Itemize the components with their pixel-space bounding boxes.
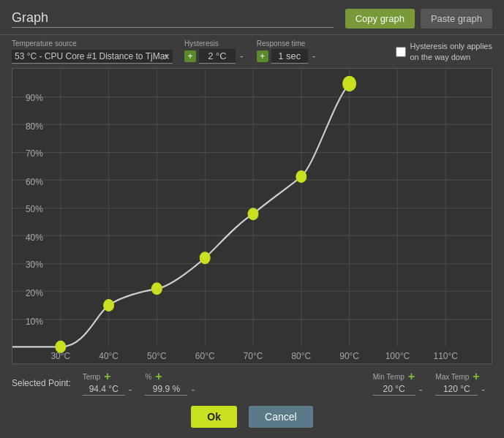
response-time-minus-btn[interactable]: - [311,50,317,62]
min-temp-minus-btn[interactable]: - [418,384,424,396]
svg-text:80°C: 80°C [291,350,311,362]
max-temp-plus-btn[interactable]: + [471,370,481,383]
min-temp-inner: - [373,383,424,396]
svg-point-38 [104,300,114,311]
svg-text:60°C: 60°C [195,350,215,362]
hysteresis-input[interactable] [199,49,236,64]
svg-text:30%: 30% [26,259,43,271]
controls-row: Temperature source 53 °C - CPU Core #1 D… [0,35,504,68]
svg-text:70°C: 70°C [244,350,263,362]
hysteresis-plus-btn[interactable]: + [184,50,196,62]
bottom-controls: Selected Point: Temp + - % + - [0,364,504,400]
svg-text:20%: 20% [26,287,43,298]
max-temp-inner: - [435,383,486,396]
temp-control-label: Temp [83,373,100,381]
percent-control: % + - [145,370,196,396]
max-temp-minus-btn[interactable]: - [480,384,486,396]
svg-point-41 [248,208,258,220]
header-buttons: Copy graph Paste graph [345,9,492,29]
svg-text:90%: 90% [26,92,43,104]
percent-input[interactable] [145,383,187,396]
max-temp-control: Max Temp + - [435,370,486,396]
min-temp-label: Min Temp [373,373,405,381]
hysteresis-inner: + - [184,49,245,64]
page-title: Graph [12,10,334,28]
svg-text:60%: 60% [26,175,43,187]
svg-point-39 [151,283,162,295]
svg-text:70%: 70% [26,148,43,159]
max-temp-input[interactable] [435,383,478,396]
temp-control-inner: - [83,383,134,396]
percent-control-inner: - [145,383,196,396]
response-time-inner: + - [257,49,317,64]
copy-graph-button[interactable]: Copy graph [345,9,415,29]
graph-svg: 10% 20% 30% 40% 50% 60% 70% 80% 90% 30°C… [12,69,492,363]
percent-control-label: % [145,373,151,381]
hysteresis-label: Hysteresis [184,39,245,48]
graph-area[interactable]: 10% 20% 30% 40% 50% 60% 70% 80% 90% 30°C… [12,68,492,364]
svg-text:40%: 40% [26,231,43,243]
hysteresis-minus-btn[interactable]: - [238,50,245,62]
min-temp-control: Min Temp + - [373,370,424,396]
footer-buttons: Ok Cancel [0,400,504,438]
response-time-input[interactable] [271,49,308,64]
temp-minus-btn[interactable]: - [127,384,134,396]
svg-point-40 [200,252,210,264]
svg-text:110°C: 110°C [434,350,458,362]
response-time-group: Response time + - [257,39,317,64]
svg-text:90°C: 90°C [339,350,359,362]
hysteresis-group: Hysteresis + - [184,39,245,64]
svg-text:50%: 50% [26,203,43,215]
selected-point-label: Selected Point: [12,378,71,388]
temp-control: Temp + - [83,370,134,396]
hysteresis-only-label: Hysteresis only applieson the way down [410,41,493,62]
temp-source-select[interactable]: 53 °C - CPU Core #1 Distance to TjMax - … [12,50,173,64]
dialog: Graph Copy graph Paste graph Temperature… [0,0,504,438]
svg-text:100°C: 100°C [385,350,410,362]
temp-source-group: Temperature source 53 °C - CPU Core #1 D… [12,39,173,64]
temp-plus-btn[interactable]: + [102,370,112,383]
svg-text:10%: 10% [26,315,43,327]
min-temp-input[interactable] [373,383,415,396]
svg-point-42 [296,171,306,183]
svg-point-37 [56,341,66,352]
svg-text:40°C: 40°C [99,350,119,362]
header: Graph Copy graph Paste graph [0,0,504,35]
temp-source-select-wrapper: 53 °C - CPU Core #1 Distance to TjMax - … [12,49,173,64]
percent-plus-btn[interactable]: + [154,370,163,383]
svg-text:80%: 80% [26,120,43,132]
percent-minus-btn[interactable]: - [189,384,196,396]
svg-point-43 [343,76,356,91]
response-time-label: Response time [257,39,317,48]
min-temp-plus-btn[interactable]: + [407,370,416,383]
hysteresis-only-checkbox[interactable] [396,47,406,57]
hysteresis-only-group: Hysteresis only applieson the way down [396,41,493,62]
max-temp-label: Max Temp [435,373,469,381]
cancel-button[interactable]: Cancel [249,406,313,428]
response-time-plus-btn[interactable]: + [257,50,268,62]
paste-graph-button[interactable]: Paste graph [421,9,492,29]
ok-button[interactable]: Ok [191,406,237,428]
temp-input[interactable] [83,383,125,396]
svg-text:50°C: 50°C [147,350,167,362]
temp-source-label: Temperature source [12,39,173,48]
